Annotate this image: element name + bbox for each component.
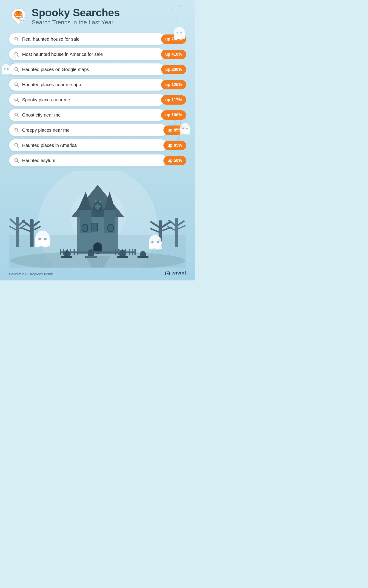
search-query-6: Creepy places near me [22, 128, 70, 133]
search-icon-4 [14, 97, 19, 102]
brand-icon [165, 270, 170, 275]
page-subtitle: Search Trends in the Last Year [32, 19, 120, 27]
search-row: Creepy places near me up 85% [9, 124, 186, 136]
search-bar-2: Haunted places on Google maps [9, 64, 165, 75]
search-bar-3: Haunted places near me app [9, 79, 165, 91]
svg-rect-24 [2, 69, 11, 74]
search-query-3: Haunted places near me app [22, 82, 81, 87]
search-row: Haunted places near me app up 125% [9, 79, 186, 91]
badge-5: up 100% [161, 110, 186, 120]
svg-rect-101 [92, 223, 97, 231]
header-text: Spooky Searches Search Trends in the Las… [32, 7, 120, 26]
search-bar-5: Ghost city near me [9, 109, 165, 121]
search-icon-2 [14, 67, 19, 72]
svg-point-138 [38, 238, 41, 240]
search-row: Haunted places in America up 85% [9, 139, 186, 151]
search-icon-8 [14, 158, 19, 163]
badge-7: up 85% [163, 141, 186, 150]
svg-line-58 [17, 146, 18, 147]
search-row: Most haunted house in America for sale u… [9, 48, 186, 60]
search-query-4: Spooky places near me [22, 97, 70, 102]
svg-point-46 [186, 128, 188, 129]
page-wrapper: Spooky Searches Search Trends in the Las… [0, 0, 195, 280]
search-row: Ghost city near me up 100% [9, 109, 186, 121]
search-icon-3 [14, 82, 19, 87]
svg-rect-137 [35, 239, 50, 247]
svg-rect-3 [18, 11, 19, 13]
search-row: Haunted asylum up 50% [9, 155, 186, 166]
search-bar-6: Creepy places near me [9, 124, 167, 136]
search-bar-1: Most haunted house in America for sale [9, 48, 165, 60]
search-icon-0 [14, 36, 19, 42]
svg-rect-141 [149, 242, 162, 249]
svg-rect-70 [30, 219, 34, 247]
svg-rect-65 [16, 217, 19, 247]
page-title: Spooky Searches [32, 7, 120, 19]
svg-rect-44 [180, 129, 190, 135]
svg-point-10 [180, 32, 182, 34]
svg-rect-110 [77, 249, 78, 255]
svg-rect-8 [174, 33, 185, 39]
svg-line-32 [17, 101, 18, 102]
svg-rect-105 [60, 249, 61, 255]
dot-1 [179, 5, 182, 7]
search-bar-0: Real haunted house for sale [9, 33, 165, 45]
dot-2 [184, 11, 186, 13]
source-label: Source: [9, 272, 21, 276]
search-row: Haunted places on Google maps up 200% [9, 64, 186, 75]
bottom-scene: # # [9, 171, 186, 267]
search-bar-4: Spooky places near me [9, 94, 165, 106]
dot-4 [176, 18, 177, 20]
badge-8: up 50% [163, 156, 186, 165]
svg-rect-75 [175, 218, 178, 247]
svg-line-12 [17, 40, 18, 41]
badge-2: up 200% [161, 65, 186, 74]
svg-point-9 [176, 32, 178, 34]
svg-rect-112 [118, 249, 120, 255]
svg-rect-129 [138, 256, 148, 258]
badge-3: up 125% [161, 80, 186, 89]
search-bar-8: Haunted asylum [9, 155, 167, 166]
header-icon [9, 7, 28, 26]
brand-name: .vivint [172, 270, 186, 276]
svg-rect-99 [108, 225, 113, 231]
svg-line-60 [17, 161, 18, 163]
dot-3 [171, 8, 172, 10]
source-text: Source: 2022 Keyword Trends [9, 272, 53, 276]
badge-4: up 117% [161, 95, 186, 105]
footer: Source: 2022 Keyword Trends .vivint [9, 267, 186, 280]
svg-rect-97 [82, 225, 87, 231]
svg-line-42 [17, 116, 18, 117]
search-row: Real haunted house for sale up 700% [9, 33, 186, 45]
svg-rect-115 [129, 249, 130, 255]
ghost-3 [177, 122, 193, 138]
search-query-0: Real haunted house for sale [22, 37, 80, 42]
search-bar-7: Haunted places in America [9, 139, 167, 151]
svg-rect-111 [115, 249, 116, 255]
search-query-5: Ghost city near me [22, 112, 61, 118]
svg-rect-108 [70, 249, 71, 255]
search-row: Spooky places near me up 117% [9, 94, 186, 106]
search-icon-7 [14, 143, 19, 148]
ghost-1 [170, 26, 188, 43]
search-list: Real haunted house for sale up 700% [9, 33, 186, 166]
svg-point-25 [4, 68, 6, 70]
svg-rect-116 [132, 249, 133, 255]
svg-text:#: # [99, 200, 101, 204]
svg-point-26 [7, 68, 9, 70]
svg-line-48 [17, 131, 18, 132]
svg-rect-126 [117, 256, 128, 258]
search-icon-5 [14, 112, 19, 118]
source-value: 2022 Keyword Trends [22, 272, 53, 276]
svg-rect-120 [61, 256, 72, 258]
badge-1: up 418% [161, 50, 186, 59]
search-query-8: Haunted asylum [22, 158, 55, 163]
svg-point-142 [151, 241, 154, 243]
svg-marker-145 [166, 271, 170, 275]
svg-line-30 [17, 85, 18, 87]
search-query-1: Most haunted house in America for sale [22, 52, 103, 57]
brand: .vivint [165, 270, 186, 276]
search-query-2: Haunted places on Google maps [22, 67, 89, 72]
bottom-illustration: # # [9, 171, 186, 267]
search-query-7: Haunted places in America [22, 143, 77, 148]
